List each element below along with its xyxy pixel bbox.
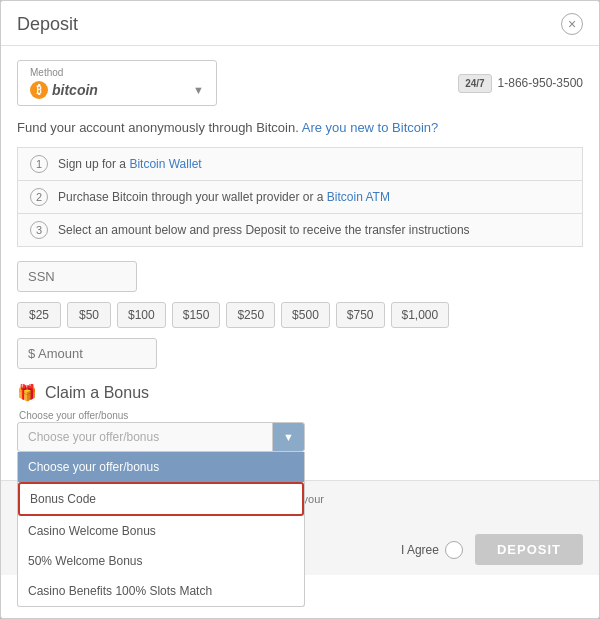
bonus-option-2[interactable]: Casino Welcome Bonus bbox=[18, 516, 304, 546]
method-box[interactable]: Method ₿ bitcoin ▼ bbox=[17, 60, 217, 106]
amount-input-row bbox=[17, 338, 583, 369]
amount-btn-1000[interactable]: $1,000 bbox=[391, 302, 450, 328]
amount-btn-25[interactable]: $25 bbox=[17, 302, 61, 328]
step-1-num: 1 bbox=[30, 155, 48, 173]
modal-body: Method ₿ bitcoin ▼ 24/7 1-866-950-3500 F… bbox=[1, 46, 599, 476]
step-3-num: 3 bbox=[30, 221, 48, 239]
deposit-modal: Deposit × Method ₿ bitcoin ▼ 24/7 1-866-… bbox=[0, 0, 600, 619]
support-badge: 24/7 bbox=[458, 74, 491, 93]
bonus-title: Claim a Bonus bbox=[45, 384, 149, 402]
step-2-num: 2 bbox=[30, 188, 48, 206]
close-button[interactable]: × bbox=[561, 13, 583, 35]
agree-label: I Agree bbox=[401, 543, 439, 557]
amount-btn-750[interactable]: $750 bbox=[336, 302, 385, 328]
amount-buttons: $25 $50 $100 $150 $250 $500 $750 $1,000 bbox=[17, 302, 583, 328]
bonus-header: 🎁 Claim a Bonus bbox=[17, 383, 583, 402]
bonus-option-4[interactable]: Casino Benefits 100% Slots Match bbox=[18, 576, 304, 606]
step-2: 2 Purchase Bitcoin through your wallet p… bbox=[17, 181, 583, 214]
bonus-option-1[interactable]: Bonus Code bbox=[18, 482, 304, 516]
bitcoin-icon: ₿ bbox=[30, 81, 48, 99]
ssn-input[interactable] bbox=[17, 261, 137, 292]
bonus-section: 🎁 Claim a Bonus Choose your offer/bonus … bbox=[17, 383, 583, 452]
new-to-bitcoin-link[interactable]: Are you new to Bitcoin? bbox=[302, 120, 439, 135]
method-select-row: ₿ bitcoin ▼ bbox=[30, 81, 204, 99]
method-row: Method ₿ bitcoin ▼ 24/7 1-866-950-3500 bbox=[17, 60, 583, 106]
support-phone: 1-866-950-3500 bbox=[498, 76, 583, 90]
amount-btn-150[interactable]: $150 bbox=[172, 302, 221, 328]
amount-input[interactable] bbox=[17, 338, 157, 369]
deposit-button[interactable]: DEPOSIT bbox=[475, 534, 583, 565]
fund-info: Fund your account anonymously through Bi… bbox=[17, 120, 583, 135]
bonus-dropdown-menu: Choose your offer/bonus Bonus Code Casin… bbox=[17, 452, 305, 607]
ssn-field bbox=[17, 261, 583, 292]
method-label: Method bbox=[30, 67, 204, 78]
bonus-label-row: Choose your offer/bonus Choose your offe… bbox=[17, 410, 305, 452]
bitcoin-text: bitcoin bbox=[52, 82, 98, 98]
amount-btn-500[interactable]: $500 bbox=[281, 302, 330, 328]
step-3: 3 Select an amount below and press Depos… bbox=[17, 214, 583, 247]
step-1: 1 Sign up for a Bitcoin Wallet bbox=[17, 147, 583, 181]
amount-btn-50[interactable]: $50 bbox=[67, 302, 111, 328]
modal-header: Deposit × bbox=[1, 1, 599, 46]
agree-checkbox[interactable] bbox=[445, 541, 463, 559]
bonus-dropdown-label: Choose your offer/bonus bbox=[17, 410, 305, 421]
bitcoin-wallet-link[interactable]: Bitcoin Wallet bbox=[129, 157, 201, 171]
gift-icon: 🎁 bbox=[17, 383, 37, 402]
bonus-select-box[interactable]: Choose your offer/bonus ▼ bbox=[17, 422, 305, 452]
bitcoin-atm-link[interactable]: Bitcoin ATM bbox=[327, 190, 390, 204]
bonus-chevron-icon[interactable]: ▼ bbox=[272, 423, 304, 451]
steps-container: 1 Sign up for a Bitcoin Wallet 2 Purchas… bbox=[17, 147, 583, 247]
amount-btn-250[interactable]: $250 bbox=[226, 302, 275, 328]
modal-title: Deposit bbox=[17, 14, 78, 35]
bonus-option-3[interactable]: 50% Welcome Bonus bbox=[18, 546, 304, 576]
bonus-select-value: Choose your offer/bonus bbox=[18, 423, 272, 451]
i-agree-row: I Agree bbox=[401, 541, 463, 559]
bonus-dropdown-container: Choose your offer/bonus Choose your offe… bbox=[17, 410, 305, 452]
bonus-option-0[interactable]: Choose your offer/bonus bbox=[18, 452, 304, 482]
amount-btn-100[interactable]: $100 bbox=[117, 302, 166, 328]
bitcoin-logo: ₿ bitcoin bbox=[30, 81, 98, 99]
support-box: 24/7 1-866-950-3500 bbox=[458, 74, 583, 93]
method-chevron-icon: ▼ bbox=[193, 84, 204, 96]
